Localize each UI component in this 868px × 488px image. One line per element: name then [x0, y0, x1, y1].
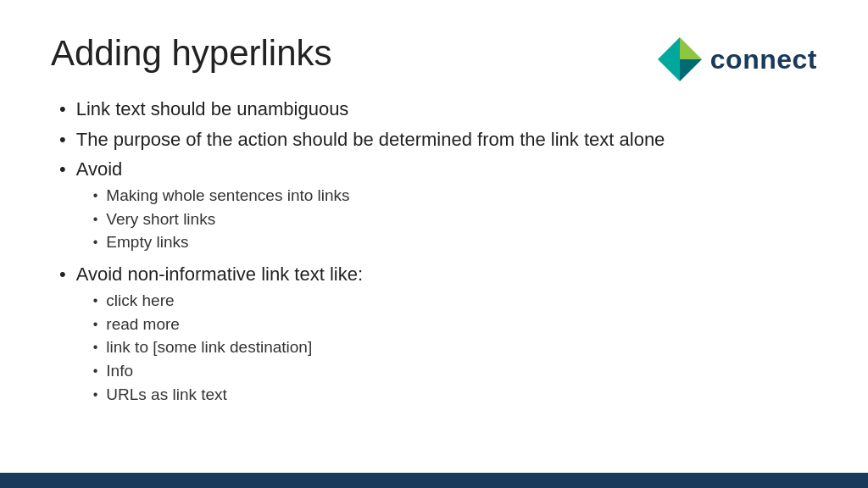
logo-text: connect — [710, 44, 817, 75]
svg-marker-1 — [680, 37, 702, 59]
sub-text-4-3: link to [some link destination] — [106, 337, 817, 358]
sub-item-4-3: link to [some link destination] — [93, 337, 817, 358]
sub-list-avoid: Making whole sentences into links Very s… — [93, 186, 817, 253]
sub-text-3-2: Very short links — [106, 209, 817, 230]
bullet-text-4: Avoid non-informative link text like: cl… — [76, 262, 817, 408]
sub-item-4-5: URLs as link text — [93, 385, 817, 406]
bullet-text-1: Link text should be unambiguous — [76, 97, 817, 122]
slide-content: Link text should be unambiguous The purp… — [51, 97, 817, 408]
bullet-item-2: The purpose of the action should be dete… — [59, 127, 817, 152]
slide: Adding hyperlinks connect Link text shou… — [0, 0, 868, 488]
sub-item-4-2: read more — [93, 314, 817, 336]
svg-marker-2 — [680, 59, 702, 81]
sub-item-3-1: Making whole sentences into links — [93, 186, 817, 207]
slide-header: Adding hyperlinks connect — [51, 34, 817, 81]
sub-text-4-1: click here — [106, 291, 817, 312]
sub-text-3-3: Empty links — [106, 232, 817, 253]
sub-item-4-4: Info — [93, 361, 817, 382]
slide-title: Adding hyperlinks — [51, 34, 332, 73]
sub-item-3-3: Empty links — [93, 232, 817, 253]
bullet-text-2: The purpose of the action should be dete… — [76, 127, 817, 152]
svg-marker-0 — [658, 37, 680, 81]
bullet-text-3: Avoid Making whole sentences into links … — [76, 157, 817, 257]
sub-text-3-1: Making whole sentences into links — [106, 186, 817, 207]
bottom-bar — [0, 473, 868, 488]
main-bullet-list: Link text should be unambiguous The purp… — [59, 97, 817, 408]
sub-item-4-1: click here — [93, 291, 817, 312]
logo-area: connect — [658, 37, 817, 81]
connect-logo-icon — [658, 37, 702, 81]
bullet-item-4: Avoid non-informative link text like: cl… — [59, 262, 817, 408]
sub-text-4-4: Info — [106, 361, 817, 382]
bullet-item-1: Link text should be unambiguous — [59, 97, 817, 122]
sub-text-4-2: read more — [106, 314, 817, 336]
sub-list-non-informative: click here read more link to [some link … — [93, 291, 817, 405]
sub-text-4-5: URLs as link text — [106, 385, 817, 406]
bullet-item-3: Avoid Making whole sentences into links … — [59, 157, 817, 257]
sub-item-3-2: Very short links — [93, 209, 817, 230]
